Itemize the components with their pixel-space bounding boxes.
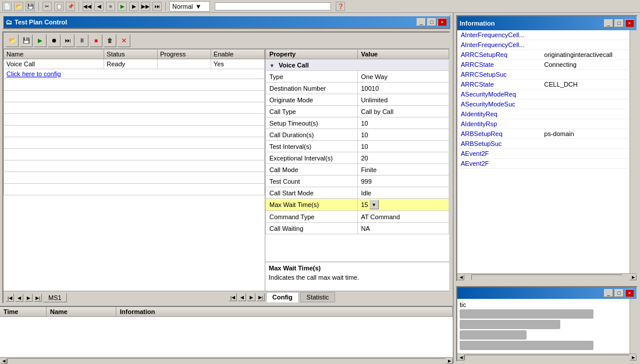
- back-icon[interactable]: ◀◀: [83, 2, 92, 11]
- close-button[interactable]: ×: [438, 18, 447, 26]
- prev-icon[interactable]: ◀: [94, 2, 104, 11]
- tab-config[interactable]: Config: [266, 292, 299, 302]
- ms-tab[interactable]: MS1: [43, 293, 67, 302]
- pause-button[interactable]: ⏸: [76, 34, 88, 47]
- prop-row-originate-mode[interactable]: Originate Mode Unlimited: [266, 94, 449, 106]
- prop-value-originate-mode[interactable]: Unlimited: [357, 94, 449, 106]
- prop-value-call-mode[interactable]: Finite: [357, 164, 449, 176]
- prop-row-dest-number[interactable]: Destination Number 10010: [266, 83, 449, 94]
- right-row-8[interactable]: AIdentityReq: [457, 109, 630, 119]
- dropdown-arrow-button[interactable]: ▼: [369, 200, 379, 209]
- maximize-button[interactable]: □: [427, 18, 436, 26]
- prop-row-call-mode[interactable]: Call Mode Finite: [266, 164, 449, 176]
- prop-value-test-count[interactable]: 999: [357, 176, 449, 187]
- prop-row-call-waiting[interactable]: Call Waiting NA: [266, 223, 449, 234]
- right-minimize-btn[interactable]: _: [604, 19, 613, 27]
- right-cell-label-1[interactable]: AInterFrequencyCell...: [457, 40, 541, 50]
- prev-prop-nav[interactable]: ◀: [238, 293, 246, 301]
- first-nav-button[interactable]: |◀: [6, 294, 14, 302]
- right-scrollbar[interactable]: [630, 30, 637, 273]
- right-row-4[interactable]: ARRCSetupSuc: [457, 70, 630, 80]
- right-row-10[interactable]: ARBSetupReq ps-domain: [457, 129, 630, 139]
- record-button[interactable]: ⏺: [48, 34, 61, 47]
- config-link[interactable]: Click here to config: [6, 70, 61, 77]
- right-cell-label-6[interactable]: ASecurityModeReq: [457, 90, 541, 99]
- right-maximize-btn[interactable]: □: [614, 19, 624, 27]
- prop-value-call-type[interactable]: Call by Call: [357, 106, 449, 117]
- right-close-btn[interactable]: ×: [625, 19, 634, 27]
- props-section-header[interactable]: ▼ Voice Call: [266, 59, 449, 71]
- right-row-1[interactable]: AInterFrequencyCell...: [457, 40, 630, 50]
- right-cell-label-0[interactable]: AInterFrequencyCell...: [457, 30, 541, 40]
- prop-row-call-type[interactable]: Call Type Call by Call: [266, 106, 449, 117]
- prop-row-exceptional-interval[interactable]: Exceptional Interval(s) 20: [266, 152, 449, 164]
- h-scroll-right[interactable]: ▶: [630, 274, 637, 280]
- scroll-left-btn[interactable]: ◀: [0, 358, 7, 364]
- right-cell-label-4[interactable]: ARRCSetupSuc: [457, 70, 541, 80]
- prev-nav-button[interactable]: ◀: [15, 294, 23, 302]
- right-h-scroll[interactable]: ◀ ▶: [457, 273, 637, 280]
- prop-value-exceptional-interval[interactable]: 20: [357, 152, 449, 164]
- next-icon[interactable]: ▶: [129, 2, 138, 11]
- step-button[interactable]: ⏭: [62, 34, 74, 47]
- prop-row-type[interactable]: Type One Way: [266, 71, 449, 83]
- prop-row-command-type[interactable]: Command Type AT Command: [266, 211, 449, 223]
- prop-value-call-waiting[interactable]: NA: [357, 223, 449, 234]
- first-prop-nav[interactable]: |◀: [229, 293, 237, 301]
- right-cell-label-2[interactable]: ARRCSetupReq: [457, 50, 541, 60]
- prop-row-call-duration[interactable]: Call Duration(s) 10: [266, 129, 449, 141]
- right-cell-label-10[interactable]: ARBSetupReq: [457, 129, 541, 139]
- right-row-5[interactable]: ARRCState CELL_DCH: [457, 80, 630, 90]
- right-row-3[interactable]: ARRCState Connecting: [457, 60, 630, 70]
- end-icon[interactable]: ⏭: [152, 2, 162, 11]
- stop-icon[interactable]: ■: [106, 2, 115, 11]
- right-cell-label-11[interactable]: ARBSetupSuc: [457, 139, 541, 149]
- save-icon[interactable]: 💾: [26, 2, 35, 11]
- prop-value-max-wait[interactable]: 15 ▼: [357, 199, 449, 211]
- rb-h-scroll-left[interactable]: ◀: [457, 355, 464, 361]
- play-button[interactable]: ▶: [34, 34, 47, 47]
- prop-row-call-start-mode[interactable]: Call Start Mode Idle: [266, 187, 449, 199]
- prop-value-call-duration[interactable]: 10: [357, 129, 449, 141]
- new-file-icon[interactable]: 📄: [2, 2, 12, 11]
- save-inner-button[interactable]: 💾: [20, 34, 33, 47]
- mode-dropdown[interactable]: Normal ▼: [169, 1, 210, 12]
- right-row-9[interactable]: AIdentityRsp: [457, 119, 630, 129]
- last-nav-button[interactable]: ▶|: [34, 294, 42, 302]
- right-row-12[interactable]: AEvent2F: [457, 149, 630, 159]
- prop-value-type[interactable]: One Way: [357, 71, 449, 83]
- prop-value-setup-timeout[interactable]: 10: [357, 117, 449, 129]
- play-icon[interactable]: ▶: [118, 2, 127, 11]
- rb-minimize-btn[interactable]: _: [604, 289, 613, 297]
- right-cell-label-7[interactable]: ASecurityModeSuc: [457, 99, 541, 109]
- h-scroll-left[interactable]: ◀: [457, 274, 464, 280]
- prop-value-dest-number[interactable]: 10010: [357, 83, 449, 94]
- prop-row-test-count[interactable]: Test Count 999: [266, 176, 449, 187]
- next-prop-nav[interactable]: ▶: [247, 293, 255, 301]
- prop-row-max-wait[interactable]: Max Wait Time(s) 15 ▼: [266, 199, 449, 211]
- delete-button[interactable]: 🗑: [104, 34, 116, 47]
- close-inner-button[interactable]: ✕: [118, 34, 130, 47]
- prop-row-setup-timeout[interactable]: Setup Timeout(s) 10: [266, 117, 449, 129]
- right-row-6[interactable]: ASecurityModeReq: [457, 90, 630, 99]
- right-row-0[interactable]: AInterFrequencyCell...: [457, 30, 630, 40]
- help-icon[interactable]: ❓: [336, 2, 345, 11]
- prop-value-command-type[interactable]: AT Command: [357, 211, 449, 223]
- rb-h-scroll[interactable]: ◀ ▶: [457, 354, 637, 361]
- rb-scrollbar[interactable]: [630, 299, 637, 354]
- right-row-7[interactable]: ASecurityModeSuc: [457, 99, 630, 109]
- table-config-row[interactable]: Click here to config: [4, 69, 265, 79]
- prop-value-call-start-mode[interactable]: Idle: [357, 187, 449, 199]
- scroll-right-btn[interactable]: ▶: [446, 358, 453, 364]
- rb-maximize-btn[interactable]: □: [614, 289, 624, 297]
- right-cell-label-8[interactable]: AIdentityReq: [457, 109, 541, 119]
- right-row-13[interactable]: AEvent2F: [457, 159, 630, 169]
- rb-close-btn[interactable]: ×: [625, 289, 634, 297]
- forward-icon[interactable]: ▶▶: [141, 2, 150, 11]
- prop-row-test-interval[interactable]: Test Interval(s) 10: [266, 141, 449, 152]
- minimize-button[interactable]: _: [417, 18, 426, 26]
- copy-icon[interactable]: 📋: [54, 2, 63, 11]
- paste-icon[interactable]: 📌: [66, 2, 75, 11]
- cut-icon[interactable]: ✂: [42, 2, 52, 11]
- prop-value-test-interval[interactable]: 10: [357, 141, 449, 152]
